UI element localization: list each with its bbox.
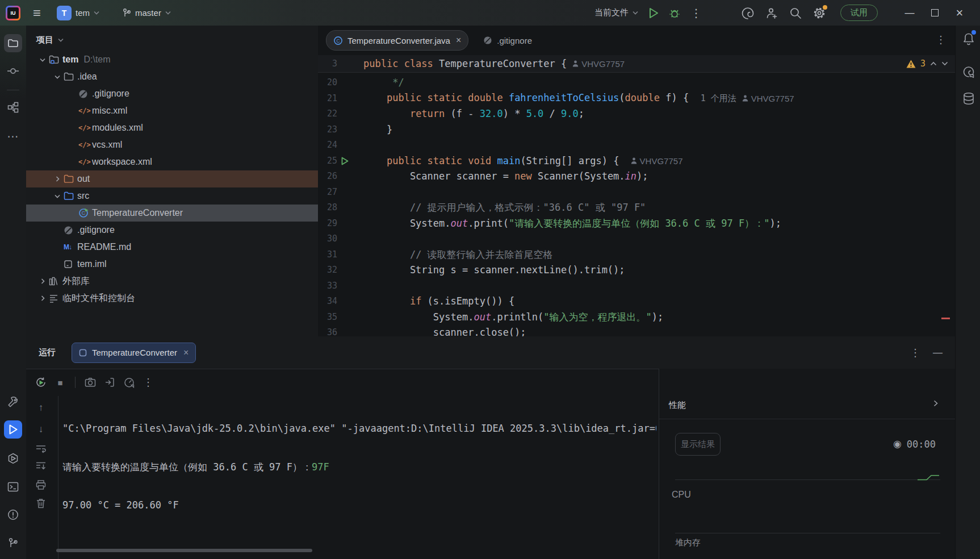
scroll-to-end-icon[interactable] (33, 458, 48, 473)
right-tool-stripe (955, 26, 980, 559)
run-configuration-selector[interactable]: 当前文件 (594, 7, 638, 18)
more-actions-kebab-icon[interactable]: ⋮ (690, 7, 702, 19)
run-config-tab[interactable]: TemperatureConverter × (72, 343, 196, 363)
trial-badge[interactable]: 试用 (840, 5, 878, 21)
tree-item-idea-folder[interactable]: .idea (26, 68, 318, 85)
notifications-bell-icon[interactable] (960, 30, 977, 47)
git-branch-widget[interactable]: master (122, 8, 171, 18)
rerun-button[interactable] (34, 376, 48, 389)
problems-tool-button[interactable] (4, 506, 22, 524)
build-tool-button[interactable] (4, 393, 22, 411)
run-gutter-icon[interactable] (341, 157, 349, 165)
clear-console-trash-icon[interactable] (33, 496, 48, 511)
scrollbar-error-stripe-mark[interactable] (941, 318, 950, 319)
iml-file-icon (64, 260, 77, 269)
tree-item-label: src (77, 191, 89, 201)
show-results-button[interactable]: 显示结果 (675, 433, 721, 456)
terminal-tool-button[interactable] (4, 478, 22, 496)
inspections-widget[interactable]: 3 (906, 55, 948, 72)
debug-button[interactable] (669, 7, 680, 19)
hide-tool-window-icon[interactable]: — (933, 347, 943, 358)
project-panel-header[interactable]: 项目 (26, 26, 318, 51)
window-maximize-button[interactable] (922, 0, 947, 26)
console-line: 请输入要转换的温度与单位（例如 36.6 C 或 97 F）：97F (62, 460, 656, 475)
console-line: 97.00 °C = 206.60 °F (62, 498, 656, 514)
database-icon[interactable] (960, 90, 977, 107)
library-icon (49, 277, 62, 286)
prev-problem-chevron-icon[interactable] (930, 61, 937, 66)
run-options-kebab-icon[interactable]: ⋮ (910, 347, 920, 359)
run-button[interactable] (648, 7, 659, 19)
git-tool-button[interactable] (4, 534, 22, 552)
more-tool-windows-button[interactable]: ⋯ (4, 127, 22, 145)
attach-process-icon[interactable] (103, 376, 116, 389)
toolbar-more-kebab-icon[interactable]: ⋮ (141, 376, 155, 389)
editor-options-kebab-icon[interactable]: ⋮ (936, 34, 946, 46)
run-tab-close-icon[interactable]: × (183, 348, 189, 358)
author-annotation[interactable]: VHVG7757 (631, 153, 683, 169)
tree-item-gitignore-idea[interactable]: .gitignore (26, 85, 318, 102)
commit-tool-button[interactable] (4, 62, 22, 80)
author-annotation[interactable]: VHVG7757 (572, 59, 625, 69)
tree-item-label: modules.xml (92, 123, 143, 133)
tree-item-label: .gitignore (92, 89, 129, 99)
intellij-logo-icon: IU (6, 6, 20, 20)
run-toolbar: ■ ⋮ (26, 369, 659, 396)
tree-item-out-folder[interactable]: out (26, 170, 318, 187)
tree-item-misc-xml[interactable]: </> misc.xml (26, 102, 318, 119)
scroll-up-icon[interactable]: ↑ (33, 401, 48, 415)
sticky-line[interactable]: 3 public class TemperatureConverter { VH… (318, 55, 955, 73)
window-close-button[interactable]: × (947, 0, 972, 26)
project-widget[interactable]: T tem (57, 6, 99, 20)
code-line: 20 */ (318, 75, 947, 91)
ai-assistant-icon[interactable] (742, 7, 754, 19)
stop-button[interactable]: ■ (53, 376, 67, 389)
code-line: 27 (318, 185, 947, 201)
tab-gitignore[interactable]: .gitignore (476, 31, 539, 50)
services-tool-button[interactable] (4, 449, 22, 468)
stripe-divider (7, 90, 19, 90)
next-problem-chevron-icon[interactable] (941, 61, 948, 66)
settings-notification-dot (823, 5, 827, 10)
tab-temperature-converter[interactable]: C TemperatureConverter.java × (326, 30, 468, 51)
performance-expand-chevron-icon[interactable] (933, 400, 938, 407)
left-tool-stripe: ⋯ (0, 26, 27, 559)
tree-item-external-libraries[interactable]: 外部库 (26, 273, 318, 290)
tab-close-icon[interactable]: × (456, 35, 461, 45)
title-bar: IU ≡ T tem master 当前文件 (0, 0, 980, 26)
tree-item-scratches-consoles[interactable]: 临时文件和控制台 (26, 290, 318, 307)
search-everywhere-icon[interactable] (789, 7, 802, 19)
settings-gear-icon[interactable] (813, 7, 826, 19)
thread-dump-camera-icon[interactable] (83, 376, 97, 389)
console[interactable]: ↑ ↓ "C:\Program Files\Java\jdk-25.0.2\bi… (26, 396, 659, 559)
code-area[interactable]: 20 */ 21 public static double fahrenheit… (318, 72, 947, 336)
window-minimize-button[interactable]: — (897, 0, 922, 26)
tree-item-label: 外部库 (62, 276, 90, 287)
profiler-gauge-icon[interactable] (122, 376, 136, 389)
tree-item-modules-xml[interactable]: </> modules.xml (26, 119, 318, 136)
tree-item-gitignore-root[interactable]: .gitignore (26, 222, 318, 239)
tree-item-tem-iml[interactable]: tem.iml (26, 256, 318, 273)
tree-item-label: README.md (77, 242, 131, 252)
author-annotation[interactable]: VHVG7757 (742, 91, 794, 107)
structure-tool-button[interactable] (4, 98, 22, 116)
console-output[interactable]: "C:\Program Files\Java\jdk-25.0.2\bin\ja… (62, 398, 656, 559)
tree-item-project-root[interactable]: tem D:\tem (26, 51, 318, 68)
scroll-down-icon[interactable]: ↓ (33, 422, 48, 437)
tree-item-readme[interactable]: M↓ README.md (26, 239, 318, 256)
console-horizontal-scrollbar[interactable] (56, 549, 312, 552)
tab-label: .gitignore (497, 36, 532, 45)
tree-item-src-folder[interactable]: src (26, 187, 318, 205)
soft-wrap-icon[interactable] (33, 441, 48, 456)
project-tool-button[interactable] (4, 34, 22, 52)
tree-item-workspace-xml[interactable]: </> workspace.xml (26, 153, 318, 170)
print-icon[interactable] (33, 477, 48, 492)
ai-chat-icon[interactable] (960, 64, 977, 81)
run-tool-button[interactable] (4, 420, 22, 439)
main-menu-hamburger-icon[interactable]: ≡ (33, 6, 41, 20)
record-icon: ◉ (893, 438, 902, 450)
tree-item-temperature-converter[interactable]: C TemperatureConverter (26, 205, 318, 222)
code-with-me-add-user-icon[interactable] (765, 7, 778, 19)
java-class-icon: C (78, 208, 92, 218)
tree-item-vcs-xml[interactable]: </> vcs.xml (26, 136, 318, 153)
